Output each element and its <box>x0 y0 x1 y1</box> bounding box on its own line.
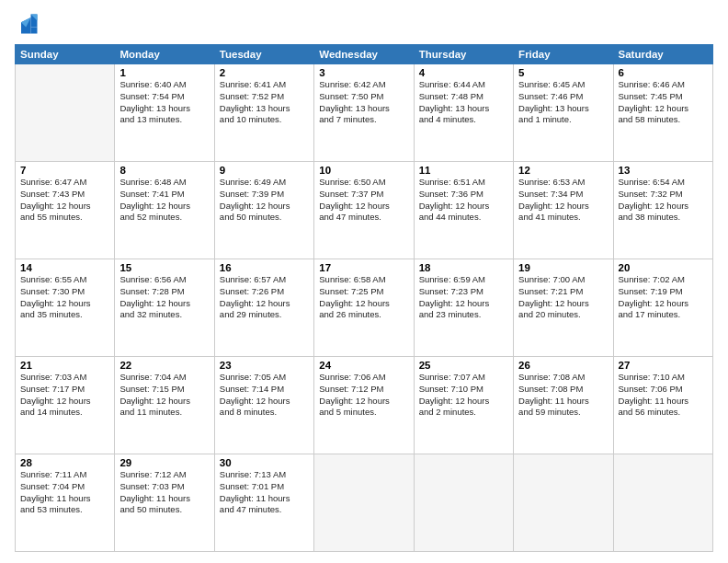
col-header-monday: Monday <box>115 45 214 64</box>
col-header-wednesday: Wednesday <box>314 45 414 64</box>
calendar-week-row: 14Sunrise: 6:55 AM Sunset: 7:30 PM Dayli… <box>16 259 713 357</box>
day-info: Sunrise: 7:07 AM Sunset: 7:10 PM Dayligh… <box>419 372 508 419</box>
day-number: 14 <box>20 262 109 273</box>
col-header-friday: Friday <box>514 45 613 64</box>
calendar-cell <box>314 454 414 552</box>
day-number: 28 <box>20 457 109 468</box>
col-header-tuesday: Tuesday <box>214 45 313 64</box>
day-info: Sunrise: 6:55 AM Sunset: 7:30 PM Dayligh… <box>20 274 109 321</box>
calendar-week-row: 1Sunrise: 6:40 AM Sunset: 7:54 PM Daylig… <box>16 64 713 162</box>
page: SundayMondayTuesdayWednesdayThursdayFrid… <box>0 0 728 563</box>
calendar-cell: 4Sunrise: 6:44 AM Sunset: 7:48 PM Daylig… <box>414 64 513 162</box>
day-number: 4 <box>419 67 508 78</box>
col-header-saturday: Saturday <box>613 45 712 64</box>
day-number: 29 <box>119 457 209 468</box>
calendar-cell: 29Sunrise: 7:12 AM Sunset: 7:03 PM Dayli… <box>115 454 214 552</box>
day-info: Sunrise: 6:51 AM Sunset: 7:36 PM Dayligh… <box>419 177 508 224</box>
calendar-cell: 16Sunrise: 6:57 AM Sunset: 7:26 PM Dayli… <box>214 259 313 357</box>
calendar-cell <box>16 64 115 162</box>
calendar-cell: 27Sunrise: 7:10 AM Sunset: 7:06 PM Dayli… <box>613 357 712 454</box>
day-info: Sunrise: 6:46 AM Sunset: 7:45 PM Dayligh… <box>619 79 708 126</box>
calendar-cell <box>613 454 712 552</box>
day-info: Sunrise: 7:08 AM Sunset: 7:08 PM Dayligh… <box>518 372 608 419</box>
day-info: Sunrise: 7:00 AM Sunset: 7:21 PM Dayligh… <box>518 274 608 321</box>
day-number: 19 <box>518 262 608 273</box>
calendar-cell: 3Sunrise: 6:42 AM Sunset: 7:50 PM Daylig… <box>314 64 414 162</box>
day-number: 26 <box>518 360 608 371</box>
day-number: 20 <box>619 262 708 273</box>
day-info: Sunrise: 7:11 AM Sunset: 7:04 PM Dayligh… <box>20 469 109 516</box>
logo <box>15 11 44 37</box>
day-info: Sunrise: 6:54 AM Sunset: 7:32 PM Dayligh… <box>619 177 708 224</box>
day-info: Sunrise: 6:40 AM Sunset: 7:54 PM Dayligh… <box>119 79 209 126</box>
calendar-header-row: SundayMondayTuesdayWednesdayThursdayFrid… <box>16 45 713 64</box>
calendar-cell: 19Sunrise: 7:00 AM Sunset: 7:21 PM Dayli… <box>514 259 613 357</box>
day-info: Sunrise: 6:41 AM Sunset: 7:52 PM Dayligh… <box>220 79 309 126</box>
day-number: 23 <box>220 360 309 371</box>
calendar-cell: 15Sunrise: 6:56 AM Sunset: 7:28 PM Dayli… <box>115 259 214 357</box>
calendar-week-row: 28Sunrise: 7:11 AM Sunset: 7:04 PM Dayli… <box>16 454 713 552</box>
day-number: 18 <box>419 262 508 273</box>
day-info: Sunrise: 6:44 AM Sunset: 7:48 PM Dayligh… <box>419 79 508 126</box>
calendar-table: SundayMondayTuesdayWednesdayThursdayFrid… <box>15 44 713 552</box>
calendar-cell: 1Sunrise: 6:40 AM Sunset: 7:54 PM Daylig… <box>115 64 214 162</box>
day-number: 3 <box>319 67 408 78</box>
svg-marker-2 <box>31 28 38 34</box>
calendar-cell: 13Sunrise: 6:54 AM Sunset: 7:32 PM Dayli… <box>613 162 712 259</box>
day-number: 9 <box>220 165 309 176</box>
day-info: Sunrise: 6:53 AM Sunset: 7:34 PM Dayligh… <box>518 177 608 224</box>
day-number: 12 <box>518 165 608 176</box>
day-number: 10 <box>319 165 408 176</box>
day-number: 22 <box>119 360 209 371</box>
day-info: Sunrise: 6:58 AM Sunset: 7:25 PM Dayligh… <box>319 274 408 321</box>
day-info: Sunrise: 6:47 AM Sunset: 7:43 PM Dayligh… <box>20 177 109 224</box>
day-info: Sunrise: 7:12 AM Sunset: 7:03 PM Dayligh… <box>119 469 209 516</box>
calendar-cell <box>414 454 513 552</box>
day-info: Sunrise: 7:02 AM Sunset: 7:19 PM Dayligh… <box>619 274 708 321</box>
day-number: 25 <box>419 360 508 371</box>
day-number: 15 <box>119 262 209 273</box>
day-number: 17 <box>319 262 408 273</box>
calendar-cell: 9Sunrise: 6:49 AM Sunset: 7:39 PM Daylig… <box>214 162 313 259</box>
day-info: Sunrise: 7:04 AM Sunset: 7:15 PM Dayligh… <box>119 372 209 419</box>
calendar-cell: 20Sunrise: 7:02 AM Sunset: 7:19 PM Dayli… <box>613 259 712 357</box>
day-number: 2 <box>220 67 309 78</box>
calendar-cell: 30Sunrise: 7:13 AM Sunset: 7:01 PM Dayli… <box>214 454 313 552</box>
calendar-cell: 12Sunrise: 6:53 AM Sunset: 7:34 PM Dayli… <box>514 162 613 259</box>
day-number: 27 <box>619 360 708 371</box>
day-info: Sunrise: 6:50 AM Sunset: 7:37 PM Dayligh… <box>319 177 408 224</box>
calendar-cell: 14Sunrise: 6:55 AM Sunset: 7:30 PM Dayli… <box>16 259 115 357</box>
col-header-thursday: Thursday <box>414 45 513 64</box>
day-info: Sunrise: 6:59 AM Sunset: 7:23 PM Dayligh… <box>419 274 508 321</box>
day-info: Sunrise: 7:03 AM Sunset: 7:17 PM Dayligh… <box>20 372 109 419</box>
day-info: Sunrise: 7:13 AM Sunset: 7:01 PM Dayligh… <box>220 469 309 516</box>
day-number: 21 <box>20 360 109 371</box>
day-number: 8 <box>119 165 209 176</box>
day-info: Sunrise: 6:57 AM Sunset: 7:26 PM Dayligh… <box>220 274 309 321</box>
calendar-cell: 23Sunrise: 7:05 AM Sunset: 7:14 PM Dayli… <box>214 357 313 454</box>
calendar-cell: 11Sunrise: 6:51 AM Sunset: 7:36 PM Dayli… <box>414 162 513 259</box>
calendar-cell <box>514 454 613 552</box>
calendar-cell: 22Sunrise: 7:04 AM Sunset: 7:15 PM Dayli… <box>115 357 214 454</box>
calendar-week-row: 7Sunrise: 6:47 AM Sunset: 7:43 PM Daylig… <box>16 162 713 259</box>
day-number: 24 <box>319 360 408 371</box>
calendar-cell: 26Sunrise: 7:08 AM Sunset: 7:08 PM Dayli… <box>514 357 613 454</box>
calendar-cell: 21Sunrise: 7:03 AM Sunset: 7:17 PM Dayli… <box>16 357 115 454</box>
calendar-cell: 5Sunrise: 6:45 AM Sunset: 7:46 PM Daylig… <box>514 64 613 162</box>
calendar-cell: 6Sunrise: 6:46 AM Sunset: 7:45 PM Daylig… <box>613 64 712 162</box>
day-info: Sunrise: 6:42 AM Sunset: 7:50 PM Dayligh… <box>319 79 408 126</box>
calendar-cell: 10Sunrise: 6:50 AM Sunset: 7:37 PM Dayli… <box>314 162 414 259</box>
calendar-week-row: 21Sunrise: 7:03 AM Sunset: 7:17 PM Dayli… <box>16 357 713 454</box>
col-header-sunday: Sunday <box>16 45 115 64</box>
calendar-cell: 18Sunrise: 6:59 AM Sunset: 7:23 PM Dayli… <box>414 259 513 357</box>
day-info: Sunrise: 7:10 AM Sunset: 7:06 PM Dayligh… <box>619 372 708 419</box>
calendar-cell: 2Sunrise: 6:41 AM Sunset: 7:52 PM Daylig… <box>214 64 313 162</box>
day-number: 16 <box>220 262 309 273</box>
calendar-cell: 25Sunrise: 7:07 AM Sunset: 7:10 PM Dayli… <box>414 357 513 454</box>
day-info: Sunrise: 7:05 AM Sunset: 7:14 PM Dayligh… <box>220 372 309 419</box>
calendar-cell: 24Sunrise: 7:06 AM Sunset: 7:12 PM Dayli… <box>314 357 414 454</box>
day-info: Sunrise: 6:45 AM Sunset: 7:46 PM Dayligh… <box>518 79 608 126</box>
day-number: 7 <box>20 165 109 176</box>
day-number: 11 <box>419 165 508 176</box>
day-number: 5 <box>518 67 608 78</box>
